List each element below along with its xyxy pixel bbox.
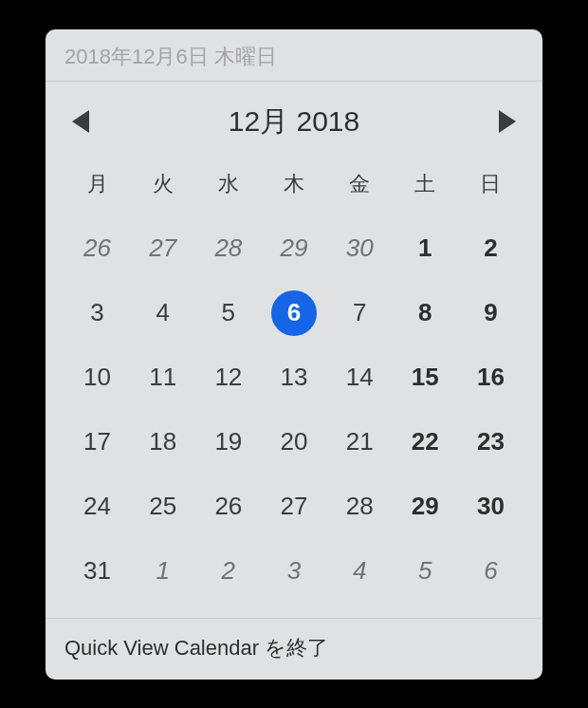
day-cell[interactable]: 15 bbox=[393, 350, 458, 405]
day-cell[interactable]: 9 bbox=[458, 286, 524, 341]
day-cell[interactable]: 27 bbox=[130, 221, 195, 276]
day-cell[interactable]: 7 bbox=[327, 286, 393, 341]
day-cell[interactable]: 6 bbox=[261, 286, 326, 341]
day-cell[interactable]: 28 bbox=[195, 221, 261, 276]
day-cell[interactable]: 5 bbox=[393, 544, 458, 599]
current-date-header: 2018年12月6日 木曜日 bbox=[46, 29, 542, 81]
month-title: 12月 2018 bbox=[229, 102, 359, 141]
day-cell[interactable]: 1 bbox=[393, 221, 458, 276]
weekday-header: 火 bbox=[130, 160, 195, 212]
today-indicator: 6 bbox=[271, 290, 317, 336]
day-cell[interactable]: 21 bbox=[327, 415, 393, 470]
day-cell[interactable]: 29 bbox=[261, 221, 326, 276]
day-cell[interactable]: 27 bbox=[261, 479, 326, 534]
calendar-grid: 月火水木金土日262728293012345678910111213141516… bbox=[46, 153, 542, 618]
day-cell[interactable]: 14 bbox=[327, 350, 393, 405]
day-cell[interactable]: 25 bbox=[130, 479, 195, 534]
next-month-icon[interactable] bbox=[499, 110, 516, 133]
weekday-header: 金 bbox=[327, 160, 393, 212]
day-cell[interactable]: 20 bbox=[261, 415, 326, 470]
weekday-header: 日 bbox=[458, 160, 524, 212]
day-cell[interactable]: 18 bbox=[130, 415, 195, 470]
day-cell[interactable]: 28 bbox=[327, 479, 393, 534]
month-navigation: 12月 2018 bbox=[46, 82, 542, 153]
day-cell[interactable]: 2 bbox=[458, 221, 524, 276]
day-cell[interactable]: 31 bbox=[64, 544, 130, 599]
weekday-header: 木 bbox=[261, 160, 326, 212]
day-cell[interactable]: 13 bbox=[261, 350, 326, 405]
day-cell[interactable]: 4 bbox=[327, 544, 393, 599]
day-cell[interactable]: 23 bbox=[458, 415, 524, 470]
day-cell[interactable]: 5 bbox=[195, 286, 261, 341]
day-cell[interactable]: 19 bbox=[195, 415, 261, 470]
weekday-header: 月 bbox=[64, 160, 130, 212]
weekday-header: 水 bbox=[195, 160, 261, 212]
day-cell[interactable]: 12 bbox=[195, 350, 261, 405]
quit-menu-item[interactable]: Quick View Calendar を終了 bbox=[46, 619, 542, 680]
day-cell[interactable]: 8 bbox=[393, 286, 458, 341]
day-cell[interactable]: 29 bbox=[393, 479, 458, 534]
day-cell[interactable]: 30 bbox=[327, 221, 393, 276]
prev-month-icon[interactable] bbox=[72, 110, 89, 133]
day-cell[interactable]: 11 bbox=[130, 350, 195, 405]
day-cell[interactable]: 3 bbox=[261, 544, 326, 599]
day-cell[interactable]: 10 bbox=[64, 350, 130, 405]
day-cell[interactable]: 24 bbox=[64, 479, 130, 534]
day-cell[interactable]: 22 bbox=[393, 415, 458, 470]
day-cell[interactable]: 2 bbox=[195, 544, 261, 599]
weekday-header: 土 bbox=[393, 160, 458, 212]
day-cell[interactable]: 26 bbox=[195, 479, 261, 534]
day-cell[interactable]: 1 bbox=[130, 544, 195, 599]
day-cell[interactable]: 16 bbox=[458, 350, 524, 405]
day-cell[interactable]: 26 bbox=[64, 221, 130, 276]
day-cell[interactable]: 3 bbox=[64, 286, 130, 341]
day-cell[interactable]: 30 bbox=[458, 479, 524, 534]
day-cell[interactable]: 4 bbox=[130, 286, 195, 341]
day-cell[interactable]: 6 bbox=[458, 544, 524, 599]
day-cell[interactable]: 17 bbox=[64, 415, 130, 470]
calendar-panel: 2018年12月6日 木曜日 12月 2018 月火水木金土日262728293… bbox=[46, 29, 542, 680]
